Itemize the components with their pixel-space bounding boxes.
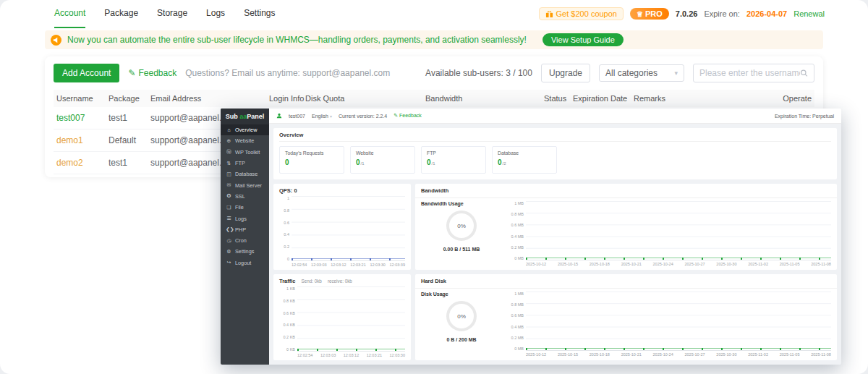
series-dots xyxy=(526,348,831,350)
y-tick: 0.8 KB xyxy=(283,299,295,303)
col-bandwidth: Bandwidth xyxy=(422,90,541,107)
stat-label: Website xyxy=(356,150,409,156)
username-link[interactable]: demo2 xyxy=(56,158,83,168)
subpanel-topbar: test007 English ▾ Current version: 2.2.4… xyxy=(269,109,841,124)
sidebar-item[interactable]: ⚙ Settings xyxy=(221,246,269,257)
search-box xyxy=(693,64,814,82)
x-tick: 2025-10-24 xyxy=(653,262,673,266)
sidebar-item[interactable]: Ⓦ WP Toolkit xyxy=(221,147,269,158)
stat-card[interactable]: Today's Requests 0 xyxy=(279,146,344,174)
x-tick: 2025-11-02 xyxy=(748,352,768,357)
x-tick: 2025-11-02 xyxy=(748,262,768,266)
traffic-send-legend: Send: 0kb xyxy=(302,279,322,284)
sidebar-item[interactable]: ⊕ Website xyxy=(221,135,269,146)
category-select[interactable]: All categories ▾ xyxy=(599,64,684,82)
bandwidth-gauge-block: Bandwidth Usage 0% 0.00 B / 511 MB xyxy=(421,201,502,266)
view-setup-guide-button[interactable]: View Setup Guide xyxy=(542,33,624,46)
tab-storage[interactable]: Storage xyxy=(157,0,187,28)
overview-stats: Today's Requests 0 Website 0/1 FTP 0/1 D… xyxy=(279,146,831,174)
stat-value: 0/2 xyxy=(498,158,551,166)
add-account-button[interactable]: Add Account xyxy=(54,64,119,82)
sidebar-item[interactable]: ❮❯ PHP xyxy=(221,224,269,235)
bandwidth-plot-area xyxy=(526,201,831,260)
coupon-label: Get $200 coupon xyxy=(556,9,617,18)
coupon-button[interactable]: Get $200 coupon xyxy=(539,7,624,20)
bandwidth-title: Bandwidth xyxy=(415,184,837,198)
x-tick: 2025-10-21 xyxy=(621,262,642,266)
stat-card[interactable]: Website 0/1 xyxy=(350,146,415,174)
y-tick: 0.4 MB xyxy=(511,325,524,329)
bandwidth-gauge-label: Bandwidth Usage xyxy=(421,201,464,206)
bandwidth-usage-text: 0.00 B / 511 MB xyxy=(443,247,480,252)
tab-logs[interactable]: Logs xyxy=(206,0,225,28)
menu-icon: ◷ xyxy=(226,238,232,244)
y-tick: 0.2 KB xyxy=(283,335,295,339)
col-package: Package xyxy=(106,90,148,107)
sidebar-item[interactable]: ❏ File xyxy=(221,202,269,213)
bandwidth-card: Bandwidth Bandwidth Usage 0% 0.00 B / 51… xyxy=(415,184,837,270)
stat-card[interactable]: Database 0/2 xyxy=(492,146,557,174)
tab-account[interactable]: Account xyxy=(54,0,85,28)
sidebar-item[interactable]: ✉ Mail Server xyxy=(221,179,269,190)
megaphone-icon xyxy=(51,35,61,46)
qps-chart: 10.80.60.40.20 12:02:5412:03:0312:03:121… xyxy=(279,196,405,267)
tab-settings[interactable]: Settings xyxy=(244,0,275,28)
harddisk-chart: 1 MB0.8 MB0.6 MB0.4 MB0.2 MB0 MB 2025-10… xyxy=(506,292,831,357)
x-tick: 2025-10-15 xyxy=(558,352,578,357)
traffic-card: Traffic Send: 0kb receive: 0kb 1 KB0.8 K… xyxy=(273,274,411,360)
sidebar-item[interactable]: ☰ Logs xyxy=(221,213,269,224)
y-tick: 0.6 MB xyxy=(511,313,524,318)
sidebar-item[interactable]: ◷ Cron xyxy=(221,235,269,246)
tab-package[interactable]: Package xyxy=(104,0,138,28)
menu-icon: ◫ xyxy=(226,171,232,177)
disk-usage-text: 0 B / 200 MB xyxy=(446,337,476,342)
col-disk-quota: Disk Quota xyxy=(302,90,422,107)
search-input[interactable] xyxy=(699,64,800,82)
sidebar-item[interactable]: ✪ SSL xyxy=(221,191,269,202)
pro-badge[interactable]: ♕ PRO xyxy=(630,8,669,20)
x-tick: 12:03:30 xyxy=(370,263,385,267)
x-tick: 12:03:03 xyxy=(311,263,326,267)
subpanel-version: Current version: 2.2.4 xyxy=(339,114,387,119)
nav-tabs: Account Package Storage Logs Settings xyxy=(54,0,275,27)
x-tick: 12:03:21 xyxy=(367,353,382,357)
y-tick: 0.6 MB xyxy=(511,223,524,227)
y-tick: 0.2 xyxy=(284,245,289,249)
y-tick: 0.2 MB xyxy=(511,336,524,340)
disk-gauge: 0% xyxy=(446,301,477,331)
subpanel-feedback-link[interactable]: ✎ Feedback xyxy=(393,113,422,119)
sidebar-item-label: Overview xyxy=(235,127,257,133)
qps-plot-area xyxy=(292,196,405,261)
x-tick: 12:03:12 xyxy=(344,353,359,357)
search-icon[interactable] xyxy=(800,69,808,77)
menu-icon: ❮❯ xyxy=(226,226,232,232)
y-tick: 1 MB xyxy=(514,292,524,296)
feedback-link[interactable]: ✎ Feedback xyxy=(128,68,176,78)
x-tick: 12:02:54 xyxy=(292,263,307,267)
x-tick: 2025-11-08 xyxy=(811,352,831,357)
y-tick: 0.4 KB xyxy=(283,323,295,327)
x-tick: 2025-10-18 xyxy=(590,262,610,266)
edit-icon: ✎ xyxy=(393,113,398,118)
x-tick: 2025-10-12 xyxy=(526,352,546,357)
language-select[interactable]: English ▾ xyxy=(312,114,332,119)
stat-card[interactable]: FTP 0/1 xyxy=(421,146,486,174)
username-link[interactable]: demo1 xyxy=(56,135,83,145)
top-nav: Account Package Storage Logs Settings Ge… xyxy=(0,0,868,27)
traffic-title: Traffic Send: 0kb receive: 0kb xyxy=(279,278,405,284)
renewal-link[interactable]: Renewal xyxy=(793,9,825,18)
y-tick: 0.2 MB xyxy=(511,245,524,250)
sidebar-item[interactable]: ◫ Database xyxy=(221,169,269,179)
banner-text: Now you can automate the entire sub-user… xyxy=(67,35,527,45)
sidebar-item[interactable]: ⌂ Overview xyxy=(221,124,269,135)
package-cell: test1 xyxy=(106,152,148,174)
sidebar-item-label: Logs xyxy=(235,216,247,222)
app-window: Account Package Storage Logs Settings Ge… xyxy=(0,0,868,374)
sidebar-item[interactable]: ↪ Logout xyxy=(221,258,269,268)
bandwidth-chart: 1 MB0.8 MB0.6 MB0.4 MB0.2 MB0 MB 2025-10… xyxy=(506,201,831,266)
x-tick: 2025-10-27 xyxy=(684,262,705,266)
upgrade-button[interactable]: Upgrade xyxy=(541,64,590,82)
username-link[interactable]: test007 xyxy=(56,113,85,123)
sidebar-item[interactable]: ⇅ FTP xyxy=(221,158,269,169)
subpanel-user[interactable]: test007 xyxy=(289,114,305,119)
